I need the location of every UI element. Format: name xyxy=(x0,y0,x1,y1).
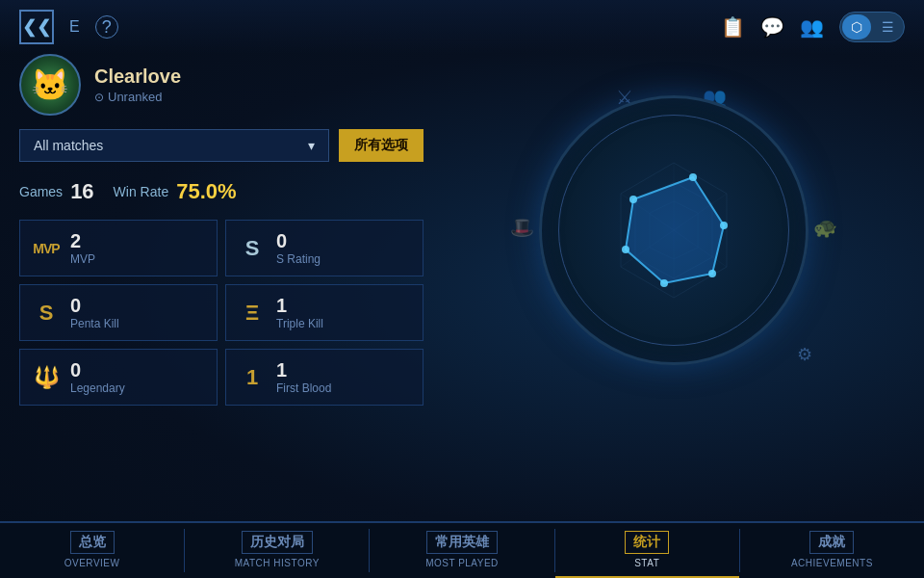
profile-section: 🐱 Clearlove ⊙ Unranked xyxy=(19,54,424,116)
nav-most-played-chinese: 常用英雄 xyxy=(426,531,498,554)
first-blood-card: 1 1 First Blood xyxy=(225,349,424,406)
nav-item-overview[interactable]: 总览 OVERVIEW xyxy=(0,523,184,578)
triple-kill-value: 1 xyxy=(276,295,323,317)
winrate-stat: Win Rate 75.0% xyxy=(114,179,237,204)
s-rating-value: 0 xyxy=(276,230,321,252)
help-icon[interactable]: ? xyxy=(95,15,118,39)
profile-info: Clearlove ⊙ Unranked xyxy=(94,66,181,104)
mvp-label: MVP xyxy=(70,252,95,266)
chat-icon[interactable]: 💬 xyxy=(760,15,784,39)
penta-kill-info: 0 Penta Kill xyxy=(70,295,119,330)
svg-point-14 xyxy=(622,246,629,253)
s-rating-label: S Rating xyxy=(276,252,321,266)
first-blood-label: First Blood xyxy=(276,381,331,395)
triple-kill-label: Triple Kill xyxy=(276,317,323,330)
nav-match-history-english: MATCH HISTORY xyxy=(235,558,320,568)
penta-kill-value: 0 xyxy=(70,295,119,317)
role-icon-right: 🐢 xyxy=(813,216,837,239)
legendary-label: Legendary xyxy=(70,381,125,395)
back-button[interactable]: ❮❮ xyxy=(19,10,54,44)
rank-icon: ⊙ xyxy=(94,91,104,104)
mvp-value: 2 xyxy=(70,230,95,252)
legendary-value: 0 xyxy=(70,359,125,381)
player-rank: ⊙ Unranked xyxy=(94,90,181,104)
svg-point-13 xyxy=(660,279,668,287)
nav-overview-chinese: 总览 xyxy=(70,531,115,554)
legendary-icon: 🔱 xyxy=(32,365,61,390)
player-name: Clearlove xyxy=(94,66,181,88)
stats-summary-row: Games 16 Win Rate 75.0% xyxy=(19,179,424,204)
triple-kill-info: 1 Triple Kill xyxy=(276,295,323,330)
avatar: 🐱 xyxy=(19,54,81,116)
radar-inner xyxy=(558,115,789,346)
view-toggle: ⬡ ☰ xyxy=(839,12,905,42)
svg-point-10 xyxy=(689,173,697,181)
svg-point-15 xyxy=(629,196,637,203)
s-rating-info: 0 S Rating xyxy=(276,230,321,266)
mvp-info: 2 MVP xyxy=(70,230,95,266)
legendary-card: 🔱 0 Legendary xyxy=(19,349,218,406)
nav-overview-english: OVERVIEW xyxy=(64,558,120,568)
nav-achievements-chinese: 成就 xyxy=(809,531,854,554)
penta-kill-card: S 0 Penta Kill xyxy=(19,284,218,341)
first-blood-icon: 1 xyxy=(238,365,267,390)
radar-svg xyxy=(578,134,770,327)
radar-chart xyxy=(539,95,808,365)
nav-match-history-chinese: 历史对局 xyxy=(242,531,313,554)
nav-stat-chinese: 统计 xyxy=(625,531,669,554)
main-content: 🐱 Clearlove ⊙ Unranked All matches ▾ 所有选… xyxy=(0,54,924,406)
games-label: Games xyxy=(19,184,63,199)
role-icon-bottom-right: ⚙ xyxy=(797,344,812,365)
top-bar-left: ❮❮ E ? xyxy=(19,10,118,44)
penta-kill-icon: S xyxy=(32,301,61,326)
level-icon: E xyxy=(69,18,80,36)
top-bar: ❮❮ E ? 📋 💬 👥 ⬡ ☰ xyxy=(0,0,924,54)
right-panel: ⚔ 👥 🎩 🐢 🛡 ⚙ xyxy=(443,54,905,406)
all-options-button[interactable]: 所有选项 xyxy=(339,129,424,162)
winrate-value: 75.0% xyxy=(176,179,236,204)
grid-view-button[interactable]: ⬡ xyxy=(842,14,871,39)
nav-item-match-history[interactable]: 历史对局 MATCH HISTORY xyxy=(185,523,369,578)
triple-kill-card: Ξ 1 Triple Kill xyxy=(225,284,424,341)
mvp-card: MVP 2 MVP xyxy=(19,220,218,276)
list-view-button[interactable]: ☰ xyxy=(873,14,902,39)
games-value: 16 xyxy=(70,179,93,204)
avatar-image: 🐱 xyxy=(31,66,69,103)
games-stat: Games 16 xyxy=(19,179,94,204)
first-blood-value: 1 xyxy=(276,359,331,381)
penta-kill-label: Penta Kill xyxy=(70,317,119,330)
s-rating-icon: S xyxy=(238,236,267,261)
s-rating-card: S 0 S Rating xyxy=(225,220,424,276)
nav-item-most-played[interactable]: 常用英雄 MOST PLAYED xyxy=(370,523,553,578)
bottom-nav: 总览 OVERVIEW 历史对局 MATCH HISTORY 常用英雄 MOST… xyxy=(0,521,924,578)
winrate-label: Win Rate xyxy=(114,184,169,199)
dropdown-label: All matches xyxy=(34,138,103,153)
role-icon-left: 🎩 xyxy=(510,216,534,239)
checklist-icon[interactable]: 📋 xyxy=(721,15,745,39)
nav-most-played-english: MOST PLAYED xyxy=(425,558,499,568)
nav-item-stat[interactable]: 统计 STAT xyxy=(555,523,739,578)
mvp-icon: MVP xyxy=(32,241,61,256)
top-bar-right: 📋 💬 👥 ⬡ ☰ xyxy=(721,12,905,42)
svg-point-11 xyxy=(720,222,728,229)
nav-stat-english: STAT xyxy=(634,558,659,568)
friends-icon[interactable]: 👥 xyxy=(800,15,824,39)
filter-row: All matches ▾ 所有选项 xyxy=(19,129,424,162)
svg-point-12 xyxy=(708,270,716,277)
achievements-grid: MVP 2 MVP S 0 S Rating S 0 Penta Ki xyxy=(19,220,424,406)
legendary-info: 0 Legendary xyxy=(70,359,125,395)
chevron-down-icon: ▾ xyxy=(308,138,315,153)
nav-achievements-english: ACHIEVEMENTS xyxy=(791,558,873,568)
first-blood-info: 1 First Blood xyxy=(276,359,331,395)
triple-kill-icon: Ξ xyxy=(238,301,267,326)
left-panel: 🐱 Clearlove ⊙ Unranked All matches ▾ 所有选… xyxy=(19,54,424,406)
match-filter-dropdown[interactable]: All matches ▾ xyxy=(19,129,329,162)
svg-marker-9 xyxy=(626,177,724,283)
nav-item-achievements[interactable]: 成就 ACHIEVEMENTS xyxy=(740,523,924,578)
